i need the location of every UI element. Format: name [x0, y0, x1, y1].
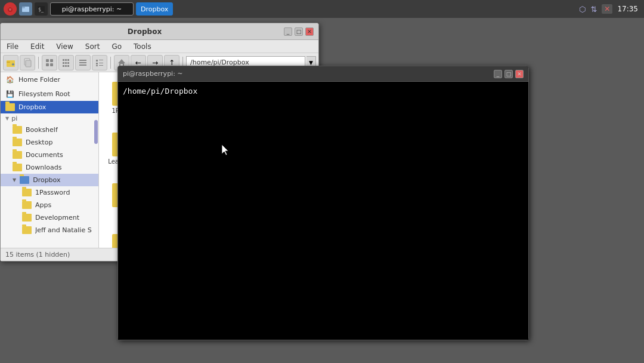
sidebar-item-apps[interactable]: Apps [1, 199, 98, 211]
sidebar-pi-section: ▼ pi [1, 113, 98, 124]
menu-edit[interactable]: Edit [28, 41, 47, 52]
dropbox-folder-icon [20, 176, 29, 184]
folder-icon [5, 103, 15, 111]
sidebar-item-bookshelf[interactable]: Bookshelf [1, 124, 98, 136]
sidebar-item-documents[interactable]: Documents [1, 149, 98, 161]
taskbar-file-manager-btn[interactable] [19, 2, 32, 16]
svg-rect-8 [22, 7, 25, 8]
compact-view-button[interactable] [58, 55, 74, 70]
menu-tools[interactable]: Tools [131, 41, 154, 52]
svg-text:$_: $_ [38, 7, 44, 13]
terminal-title: pi@raspberrypi: ~ [123, 70, 494, 78]
menu-bar: File Edit View Sort Go Tools [1, 40, 318, 53]
svg-rect-24 [65, 62, 67, 64]
menu-file[interactable]: File [4, 41, 21, 52]
taskbar-dropbox-item[interactable]: Dropbox [136, 2, 173, 16]
detail-view-button[interactable] [75, 55, 91, 70]
terminal-titlebar: pi@raspberrypi: ~ _ □ ✕ [118, 66, 528, 82]
menu-view[interactable]: View [54, 41, 75, 52]
svg-rect-25 [67, 62, 69, 64]
list-view-button[interactable] [92, 55, 107, 70]
svg-rect-31 [79, 64, 86, 66]
sidebar-item-dropbox[interactable]: Dropbox [1, 101, 98, 113]
svg-point-3 [8, 7, 10, 9]
desktop: Dropbox _ □ ✕ File Edit View Sort Go Too… [0, 18, 644, 363]
raspberry-icon[interactable] [4, 2, 17, 16]
svg-rect-17 [50, 59, 53, 62]
svg-rect-28 [67, 65, 69, 67]
svg-rect-23 [63, 62, 64, 64]
folder-icon [22, 214, 32, 222]
clock: 17:35 [617, 5, 638, 13]
close-button[interactable]: ✕ [305, 27, 314, 36]
svg-rect-21 [65, 59, 67, 61]
svg-marker-38 [118, 59, 125, 63]
svg-rect-7 [22, 8, 29, 12]
sidebar-scrollbar[interactable] [94, 120, 98, 144]
bluetooth-icon[interactable]: ⬡ [579, 5, 586, 14]
folder-icon [13, 151, 22, 159]
taskbar-terminal-active-label[interactable]: pi@raspberrypi: ~ [50, 2, 134, 16]
taskbar-left: $_ pi@raspberrypi: ~ Dropbox [0, 2, 177, 16]
svg-point-4 [11, 7, 13, 9]
terminal-prompt: /home/pi/Dropbox [123, 87, 524, 96]
folder-icon [13, 164, 22, 171]
svg-rect-19 [50, 63, 53, 66]
maximize-button[interactable]: □ [295, 27, 303, 36]
sidebar-item-downloads[interactable]: Downloads [1, 161, 98, 174]
terminal-body[interactable]: /home/pi/Dropbox [118, 82, 528, 340]
sidebar-item-dropbox-tree[interactable]: ▼ Dropbox [1, 174, 98, 186]
svg-rect-32 [96, 60, 98, 61]
svg-rect-20 [63, 59, 64, 61]
sidebar-item-desktop[interactable]: Desktop [1, 136, 98, 149]
svg-rect-27 [65, 65, 67, 67]
svg-rect-26 [63, 65, 64, 67]
svg-point-2 [9, 8, 11, 11]
folder-icon [22, 226, 32, 234]
folder-icon [22, 201, 32, 209]
svg-rect-33 [99, 60, 103, 60]
minimize-button[interactable]: _ [284, 27, 292, 36]
svg-rect-16 [46, 59, 49, 62]
terminal-close-button[interactable]: ✕ [515, 70, 524, 78]
sidebar: 🏠 Home Folder 💾 Filesystem Root Dropbox [1, 72, 99, 248]
sidebar-item-1password[interactable]: 1Password [1, 186, 98, 199]
menu-go[interactable]: Go [109, 41, 124, 52]
menu-sort[interactable]: Sort [83, 41, 103, 52]
sidebar-item-filesystem[interactable]: 💾 Filesystem Root [1, 87, 98, 101]
svg-rect-30 [79, 62, 86, 63]
terminal-maximize-button[interactable]: □ [504, 70, 513, 78]
taskbar: $_ pi@raspberrypi: ~ Dropbox ⬡ ⇅ ✕ 17:35 [0, 0, 644, 18]
svg-rect-12 [7, 61, 10, 63]
svg-rect-22 [67, 59, 69, 61]
svg-rect-36 [96, 65, 98, 66]
folder-icon [13, 126, 22, 134]
svg-point-5 [10, 6, 11, 8]
sidebar-item-development[interactable]: Development [1, 211, 98, 224]
svg-rect-35 [99, 63, 103, 63]
notification-icon[interactable]: ✕ [602, 4, 612, 14]
file-manager-titlebar: Dropbox _ □ ✕ [1, 23, 318, 40]
taskbar-right: ⬡ ⇅ ✕ 17:35 [579, 4, 644, 14]
copy-button[interactable] [20, 55, 35, 70]
svg-rect-29 [79, 60, 86, 61]
folder-icon [22, 189, 32, 196]
drive-icon: 💾 [5, 89, 15, 99]
terminal-minimize-button[interactable]: _ [494, 70, 502, 78]
svg-rect-34 [96, 63, 98, 64]
sidebar-item-jeff-natalie[interactable]: Jeff and Natalie S [1, 224, 98, 236]
icon-view-button[interactable] [42, 55, 57, 70]
home-icon: 🏠 [5, 75, 15, 84]
sidebar-item-home[interactable]: 🏠 Home Folder [1, 72, 98, 87]
network-icon[interactable]: ⇅ [590, 5, 597, 14]
taskbar-terminal-btn[interactable]: $_ [35, 2, 48, 16]
terminal-controls: _ □ ✕ [494, 70, 524, 78]
file-manager-title: Dropbox [5, 27, 284, 36]
svg-text:+: + [11, 62, 15, 67]
window-controls: _ □ ✕ [284, 27, 314, 36]
svg-rect-15 [26, 60, 31, 67]
new-folder-button[interactable]: + [3, 55, 18, 70]
svg-rect-18 [46, 63, 49, 66]
item-count: 15 items (1 hidden) [5, 251, 70, 259]
svg-rect-37 [99, 65, 103, 66]
